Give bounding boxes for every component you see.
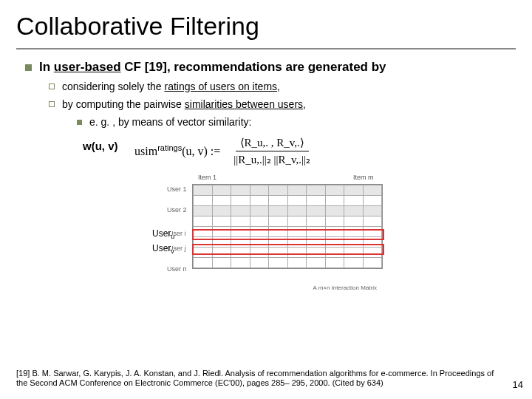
b3-text: e. g. , by means of vector similarity:: [89, 116, 251, 128]
formula-fraction: ⟨R_u,. , R_v,.⟩ ||R_u,.||₂ ||R_v,.||₂: [233, 136, 310, 166]
matrix-grid: [192, 184, 383, 269]
formula: usimratings(u, v) := ⟨R_u,. , R_v,.⟩ ||R…: [134, 136, 516, 166]
formula-args: (u, v) :=: [182, 146, 220, 158]
annot-v-text: User: [152, 243, 171, 253]
hollow-square-bullet-icon: [49, 101, 55, 107]
square-bullet-icon: [25, 64, 32, 71]
matrix-diagram: Item 1 Item m User 1 User 2 User i User …: [154, 172, 383, 290]
annotation-user-v: Userv: [152, 243, 174, 255]
slide-number: 14: [513, 379, 523, 390]
matrix-row-label-1: User 1: [167, 185, 187, 193]
highlight-row-v: [192, 244, 384, 255]
b2b-prefix: by computing the pairwise: [62, 98, 185, 110]
matrix-header-last: Item m: [353, 174, 374, 181]
annotation-user-u: Useru: [152, 228, 174, 240]
slide: Collaborative Filtering In user-based CF…: [0, 0, 532, 399]
b2b-underlined: similarities between users: [185, 98, 303, 110]
bullet-level1: In user-based CF [19], recommendations a…: [16, 60, 516, 75]
b2a-underlined: ratings of users on items: [165, 81, 278, 92]
annot-u-text: User: [152, 228, 171, 239]
bullet-level3: e. g. , by means of vector similarity:: [16, 116, 516, 128]
matrix-header-first: Item 1: [198, 174, 216, 181]
bullet-level2-a: considering solely the ratings of users …: [16, 81, 516, 92]
square-bullet-icon: [77, 120, 82, 125]
formula-denominator: ||R_u,.||₂ ||R_v,.||₂: [233, 151, 310, 166]
b1-prefix: In: [39, 60, 54, 74]
matrix-row-label-n: User n: [167, 265, 187, 273]
bullet-level2-b: by computing the pairwise similarities b…: [16, 98, 516, 110]
highlight-row-u: [192, 229, 384, 240]
annot-v-sub: v: [171, 248, 174, 255]
matrix-caption: A m×n Interaction Matrix: [313, 284, 377, 291]
formula-usim: usim: [134, 146, 157, 158]
b2a-prefix: considering solely the: [62, 81, 165, 92]
b1-underlined: user-based: [54, 60, 121, 74]
slide-title: Collaborative Filtering: [16, 7, 516, 50]
formula-superscript: ratings: [157, 143, 182, 152]
annot-u-sub: u: [171, 233, 174, 240]
b2a-suffix: ,: [277, 81, 280, 92]
reference-citation: [19] B. M. Sarwar, G. Karypis, J. A. Kon…: [16, 369, 502, 389]
b2b-suffix: ,: [303, 98, 306, 110]
matrix-row-label-2: User 2: [167, 206, 187, 214]
b1-suffix: CF [19], recommendations are generated b…: [121, 60, 386, 74]
hollow-square-bullet-icon: [49, 83, 55, 89]
formula-numerator: ⟨R_u,. , R_v,.⟩: [236, 136, 309, 151]
